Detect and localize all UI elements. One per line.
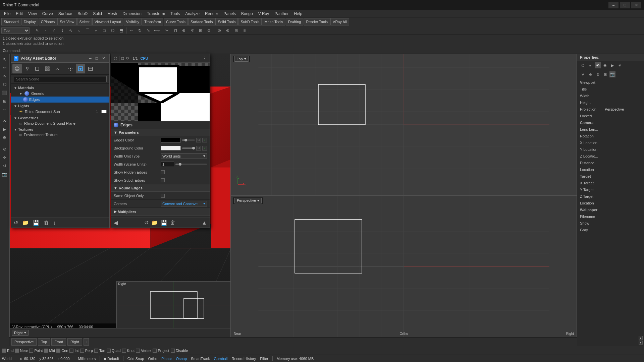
materials-header[interactable]: Materials — [11, 85, 109, 90]
rectangle-tool-btn[interactable]: □ — [100, 27, 108, 34]
snap-project[interactable]: Project — [153, 349, 169, 353]
footer-delete-btn[interactable]: 🗑 — [44, 220, 49, 226]
extrude-tool-btn[interactable]: ⬒ — [117, 27, 125, 34]
footer-export-btn[interactable]: ↓ — [53, 220, 56, 226]
gumball-btn[interactable]: ✛ — [1, 154, 9, 162]
detail-folder-btn[interactable]: 📁 — [151, 220, 158, 226]
snap-quad-checkbox[interactable] — [107, 349, 111, 353]
edges-color-enable[interactable]: ✓ — [202, 138, 207, 142]
tb-visibility[interactable]: Visibility — [124, 18, 142, 25]
render-btn[interactable]: ▶ — [1, 125, 9, 133]
asset-tb-list[interactable] — [86, 64, 95, 73]
curve-btn[interactable]: ∿ — [1, 72, 9, 80]
maximize-button[interactable]: □ — [620, 2, 630, 8]
tb-select[interactable]: Select — [77, 18, 92, 25]
command-input[interactable] — [21, 49, 68, 53]
menu-mesh[interactable]: Mesh — [105, 11, 120, 17]
polygon-tool-btn[interactable]: ⬡ — [109, 27, 117, 34]
props-btn[interactable]: ⚙ — [1, 134, 9, 142]
detail-more-btn[interactable]: ⋮ — [202, 56, 207, 61]
select-btn[interactable]: ↖ — [1, 55, 9, 63]
detail-prev-btn[interactable]: □ — [121, 56, 124, 61]
viewport-top[interactable]: Top ▾ x y — [231, 54, 577, 196]
asset-tb-light[interactable] — [22, 64, 32, 73]
close-button[interactable]: ✕ — [631, 2, 641, 8]
curve-tool-btn[interactable]: ∿ — [67, 27, 75, 34]
props-icon-display[interactable]: 👁 — [595, 62, 601, 68]
menu-help[interactable]: Help — [291, 11, 305, 17]
snap-int-checkbox[interactable] — [69, 349, 73, 353]
detail-up-btn[interactable]: ▲ — [202, 220, 207, 226]
tb-standard[interactable]: Standard — [1, 18, 21, 25]
asset-tb-geo[interactable] — [33, 64, 42, 73]
detail-play-btn[interactable]: ↺ — [126, 56, 129, 61]
footer-save-btn[interactable]: 💾 — [33, 220, 40, 226]
snap-tool-btn[interactable]: ⊙ — [215, 27, 223, 34]
search-input[interactable] — [14, 76, 107, 82]
viewport-bottom-left[interactable]: Perspective ▾ Near Right Ortho — [231, 196, 577, 338]
params-header[interactable]: ▼ Parameters — [111, 129, 210, 136]
material-generic[interactable]: Generic — [11, 90, 109, 97]
tb-subd-tools[interactable]: SubD Tools — [238, 18, 262, 25]
snap-mid[interactable]: Mid — [44, 349, 55, 353]
props-icon-material[interactable]: ◉ — [602, 62, 608, 68]
menu-bongo[interactable]: Bongo — [238, 11, 256, 17]
bottom-left-label-dropdown[interactable]: Perspective ▾ — [234, 198, 262, 203]
tb-display[interactable]: Display — [21, 18, 38, 25]
snap-perp[interactable]: Perp — [80, 349, 93, 353]
circle-tool-btn[interactable]: ○ — [75, 27, 83, 34]
top-label-dropdown[interactable]: Top ▾ — [234, 56, 249, 62]
menu-vray[interactable]: V-Ray — [256, 11, 272, 17]
corners-dropdown[interactable]: Convex and Concave ▾ — [161, 201, 207, 206]
bg-color-link[interactable]: ⬡ — [196, 146, 201, 150]
tb-vray-all[interactable]: VRay All — [330, 18, 349, 25]
ortho-btn[interactable]: Ortho — [148, 357, 157, 361]
lock-tool-btn[interactable]: ⊛ — [224, 27, 232, 34]
polyline-tool-btn[interactable]: ⌇ — [58, 27, 66, 34]
menu-surface[interactable]: Surface — [56, 11, 75, 17]
scale-tool-btn[interactable]: ⤡ — [144, 27, 152, 34]
small-right-viewport[interactable]: Right — [116, 281, 230, 328]
detail-delete-btn[interactable]: 🗑 — [170, 220, 175, 226]
props-icon-vr1[interactable]: V — [580, 71, 586, 77]
tb-viewport-layout[interactable]: Viewport Layout — [92, 18, 123, 25]
snap-vertex-checkbox[interactable] — [136, 349, 140, 353]
textures-header[interactable]: Textures — [11, 127, 109, 132]
edges-color-swatch[interactable] — [161, 138, 181, 142]
tb-render-tools[interactable]: Render Tools — [304, 18, 330, 25]
tb-drafting[interactable]: Drafting — [286, 18, 304, 25]
tb-setview[interactable]: Set View — [57, 18, 76, 25]
snap-point[interactable]: Point — [29, 349, 43, 353]
menu-render[interactable]: Render — [202, 11, 221, 17]
vp-tab-top[interactable]: Top — [38, 338, 50, 346]
multipliers-header[interactable]: ▶ Multipliers — [111, 208, 210, 216]
props-icon-vr4[interactable]: ⊞ — [602, 71, 608, 77]
mesh-tool-btn[interactable]: ⊞ — [197, 27, 205, 34]
snap-tan-checkbox[interactable] — [94, 349, 98, 353]
filter-btn[interactable]: Filter — [260, 357, 268, 361]
width-unit-dropdown[interactable]: World units ▾ — [161, 153, 207, 159]
tb-cplanes[interactable]: CPlanes — [39, 18, 57, 25]
snap-near[interactable]: Near — [15, 349, 28, 353]
show-hidden-checkbox[interactable] — [161, 170, 165, 174]
snap-mid-checkbox[interactable] — [44, 349, 48, 353]
solid-btn[interactable]: ⬛ — [1, 89, 9, 97]
detail-save-btn[interactable]: 💾 — [161, 220, 167, 226]
footer-folder-btn[interactable]: 📁 — [22, 220, 29, 226]
bg-color-swatch[interactable] — [161, 146, 181, 150]
menu-view[interactable]: View — [25, 11, 40, 17]
menu-tools[interactable]: Tools — [168, 11, 182, 17]
menu-dimension[interactable]: Dimension — [120, 11, 144, 17]
round-edges-header[interactable]: ▼ Round Edges — [111, 185, 210, 192]
snap-knot-checkbox[interactable] — [122, 349, 126, 353]
props-icon-render[interactable]: ▶ — [609, 62, 615, 68]
rotate-tool-btn[interactable]: ↻ — [136, 27, 144, 34]
tb-mesh-tools[interactable]: Mesh Tools — [262, 18, 285, 25]
arc-tool-btn[interactable]: ⌒ — [84, 27, 92, 34]
group-tool-btn[interactable]: ⊟ — [232, 27, 240, 34]
tb-curve-tools[interactable]: Curve Tools — [164, 18, 188, 25]
line-tool-btn[interactable]: ⁄ — [50, 27, 58, 34]
menu-edit[interactable]: Edit — [13, 11, 25, 17]
detail-back-btn[interactable]: ◀ — [114, 220, 118, 226]
props-icon-object[interactable]: ⬡ — [580, 62, 586, 68]
